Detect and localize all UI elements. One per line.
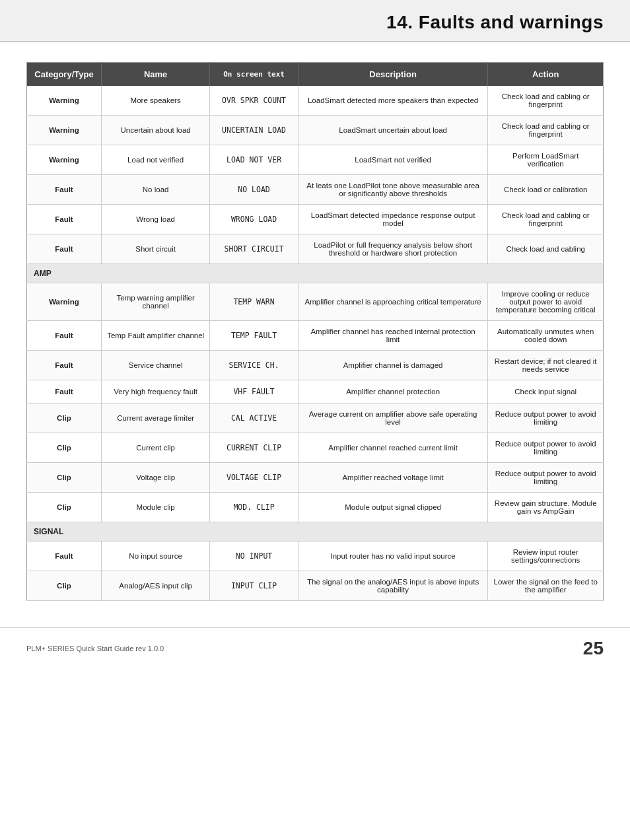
- cell-category: Fault: [27, 321, 102, 351]
- page-footer: PLM+ SERIES Quick Start Guide rev 1.0.0 …: [0, 627, 630, 669]
- table-row: WarningUncertain about loadUNCERTAIN LOA…: [27, 116, 604, 145]
- cell-name: Wrong load: [101, 205, 209, 234]
- cell-category: Clip: [27, 433, 102, 463]
- cell-action: Reduce output power to avoid limiting: [488, 403, 604, 433]
- table-row: WarningTemp warning amplifier channelTEM…: [27, 283, 604, 321]
- cell-name: Service channel: [101, 351, 209, 380]
- section-label: SIGNAL: [27, 522, 604, 542]
- cell-description: Average current on amplifier above safe …: [298, 403, 488, 433]
- col-header-name: Name: [101, 63, 209, 87]
- table-row: WarningMore speakersOVR SPKR COUNTLoadSm…: [27, 86, 604, 116]
- cell-category: Fault: [27, 380, 102, 403]
- cell-description: LoadSmart not verified: [298, 145, 488, 175]
- cell-screen_text: TEMP FAULT: [210, 321, 298, 351]
- page-header: 14. Faults and warnings: [0, 0, 630, 42]
- cell-screen_text: CAL ACTIVE: [210, 403, 298, 433]
- table-row: ClipVoltage clipVOLTAGE CLIPAmplifier re…: [27, 463, 604, 493]
- cell-description: Input router has no valid input source: [298, 542, 488, 571]
- table-row: FaultNo input sourceNO INPUTInput router…: [27, 542, 604, 571]
- table-row: FaultService channelSERVICE CH.Amplifier…: [27, 351, 604, 380]
- cell-action: Automatically unmutes when cooled down: [488, 321, 604, 351]
- cell-action: Perform LoadSmart verification: [488, 145, 604, 175]
- section-header-signal: SIGNAL: [27, 522, 604, 542]
- cell-category: Warning: [27, 86, 102, 116]
- cell-action: Check load and cabling: [488, 234, 604, 264]
- cell-action: Check input signal: [488, 380, 604, 403]
- table-header-row: Category/Type Name On screen text Descri…: [27, 63, 604, 87]
- cell-name: Very high frequency fault: [101, 380, 209, 403]
- cell-screen_text: CURRENT CLIP: [210, 433, 298, 463]
- cell-action: Review input router settings/connections: [488, 542, 604, 571]
- table-row: FaultTemp Fault amplifier channelTEMP FA…: [27, 321, 604, 351]
- cell-name: Current clip: [101, 433, 209, 463]
- cell-description: At leats one LoadPilot tone above measur…: [298, 175, 488, 205]
- cell-screen_text: LOAD NOT VER: [210, 145, 298, 175]
- cell-category: Fault: [27, 234, 102, 264]
- cell-description: LoadSmart detected impedance response ou…: [298, 205, 488, 234]
- cell-screen_text: NO INPUT: [210, 542, 298, 571]
- cell-description: Amplifier channel protection: [298, 380, 488, 403]
- cell-action: Check load or calibration: [488, 175, 604, 205]
- cell-description: Amplifier channel reached current limit: [298, 433, 488, 463]
- cell-description: Amplifier channel is damaged: [298, 351, 488, 380]
- section-label: AMP: [27, 264, 604, 283]
- cell-screen_text: OVR SPKR COUNT: [210, 86, 298, 116]
- cell-screen_text: SHORT CIRCUIT: [210, 234, 298, 264]
- cell-category: Clip: [27, 463, 102, 493]
- table-row: ClipCurrent clipCURRENT CLIPAmplifier ch…: [27, 433, 604, 463]
- cell-category: Fault: [27, 205, 102, 234]
- page-content: Category/Type Name On screen text Descri…: [0, 42, 630, 621]
- cell-name: Temp warning amplifier channel: [101, 283, 209, 321]
- cell-name: Voltage clip: [101, 463, 209, 493]
- cell-name: More speakers: [101, 86, 209, 116]
- col-header-category: Category/Type: [27, 63, 102, 87]
- table-row: FaultWrong loadWRONG LOADLoadSmart detec…: [27, 205, 604, 234]
- cell-description: Module output signal clipped: [298, 493, 488, 522]
- cell-description: The signal on the analog/AES input is ab…: [298, 571, 488, 601]
- cell-action: Restart device; if not cleared it needs …: [488, 351, 604, 380]
- cell-name: No load: [101, 175, 209, 205]
- cell-category: Clip: [27, 493, 102, 522]
- page-title: 14. Faults and warnings: [386, 12, 604, 33]
- table-row: ClipCurrent average limiterCAL ACTIVEAve…: [27, 403, 604, 433]
- cell-action: Reduce output power to avoid limiting: [488, 463, 604, 493]
- cell-description: LoadPilot or full frequency analysis bel…: [298, 234, 488, 264]
- cell-screen_text: SERVICE CH.: [210, 351, 298, 380]
- cell-name: Uncertain about load: [101, 116, 209, 145]
- cell-screen_text: TEMP WARN: [210, 283, 298, 321]
- cell-category: Fault: [27, 542, 102, 571]
- cell-action: Check load and cabling or fingerprint: [488, 86, 604, 116]
- cell-name: Temp Fault amplifier channel: [101, 321, 209, 351]
- cell-name: Load not verified: [101, 145, 209, 175]
- cell-description: LoadSmart uncertain about load: [298, 116, 488, 145]
- cell-category: Warning: [27, 145, 102, 175]
- cell-name: Analog/AES input clip: [101, 571, 209, 601]
- cell-action: Review gain structure. Module gain vs Am…: [488, 493, 604, 522]
- cell-name: Current average limiter: [101, 403, 209, 433]
- table-row: FaultVery high frequency faultVHF FAULTA…: [27, 380, 604, 403]
- table-row: ClipAnalog/AES input clipINPUT CLIPThe s…: [27, 571, 604, 601]
- cell-category: Clip: [27, 403, 102, 433]
- cell-action: Check load and cabling or fingerprint: [488, 116, 604, 145]
- cell-screen_text: UNCERTAIN LOAD: [210, 116, 298, 145]
- cell-screen_text: MOD. CLIP: [210, 493, 298, 522]
- cell-action: Lower the signal on the feed to the ampl…: [488, 571, 604, 601]
- footer-page-number: 25: [583, 638, 604, 659]
- table-row: WarningLoad not verifiedLOAD NOT VERLoad…: [27, 145, 604, 175]
- faults-warnings-table: Category/Type Name On screen text Descri…: [26, 62, 604, 601]
- cell-name: Short circuit: [101, 234, 209, 264]
- cell-description: LoadSmart detected more speakers than ex…: [298, 86, 488, 116]
- cell-description: Amplifier channel is approaching critica…: [298, 283, 488, 321]
- cell-action: Reduce output power to avoid limiting: [488, 433, 604, 463]
- table-body: WarningMore speakersOVR SPKR COUNTLoadSm…: [27, 86, 604, 601]
- table-row: FaultNo loadNO LOADAt leats one LoadPilo…: [27, 175, 604, 205]
- cell-description: Amplifier channel has reached internal p…: [298, 321, 488, 351]
- cell-screen_text: WRONG LOAD: [210, 205, 298, 234]
- cell-screen_text: INPUT CLIP: [210, 571, 298, 601]
- cell-description: Amplifier reached voltage limit: [298, 463, 488, 493]
- cell-name: Module clip: [101, 493, 209, 522]
- cell-screen_text: NO LOAD: [210, 175, 298, 205]
- section-header-amp: AMP: [27, 264, 604, 283]
- table-row: ClipModule clipMOD. CLIPModule output si…: [27, 493, 604, 522]
- col-header-action: Action: [488, 63, 604, 87]
